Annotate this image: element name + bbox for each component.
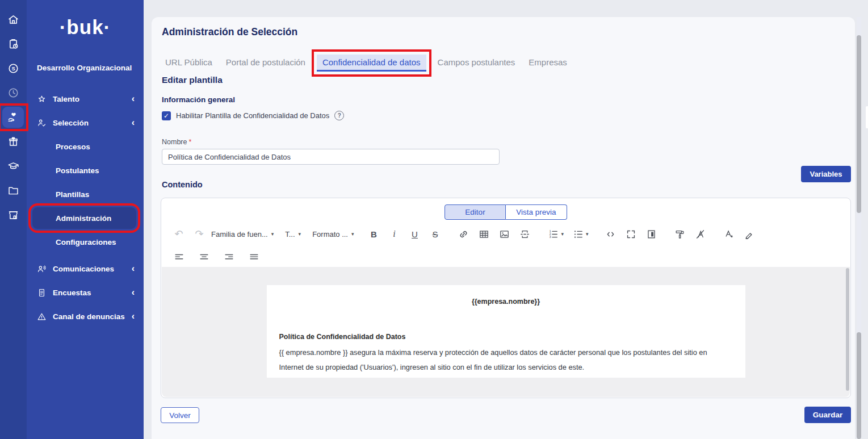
window-scrollbar-thumb-lower[interactable] [857, 332, 861, 439]
person-sound-icon [37, 264, 47, 274]
buk-logo: ·buk· [27, 16, 144, 39]
help-icon[interactable]: ? [334, 111, 344, 120]
font-family-dropdown[interactable]: Familia de fuen...▾ [211, 230, 274, 239]
caret-down-icon[interactable]: ▾ [561, 231, 564, 237]
star-icon [37, 94, 47, 104]
sidebar-item-label: Comunicaciones [53, 265, 114, 273]
redo-icon[interactable]: ↷ [193, 227, 206, 241]
align-justify-icon[interactable] [248, 249, 260, 264]
rail-home-icon[interactable] [0, 7, 27, 32]
unordered-list-icon[interactable] [572, 227, 584, 241]
icon-rail: S [0, 0, 27, 439]
tab-empresas[interactable]: Empresas [526, 55, 569, 72]
section-title: Editar plantilla [162, 75, 223, 85]
align-center-icon[interactable] [198, 249, 210, 264]
rich-text-editor: Editor Vista previa ↶ ↷ Familia de fuen.… [161, 198, 851, 398]
underline-icon[interactable]: U [409, 227, 421, 241]
sidebar-item-label: Talento [53, 95, 79, 103]
editor-scrollbar-thumb[interactable] [846, 268, 849, 391]
back-button[interactable]: Volver [161, 407, 199, 423]
insert-image-icon[interactable] [498, 227, 511, 241]
clipboard-clock-icon [7, 38, 19, 50]
rail-companies-icon[interactable] [0, 203, 27, 227]
highlight-color-icon[interactable] [743, 227, 756, 241]
content-section-title: Contenido [162, 180, 203, 189]
sidebar-nav: Talento ‹ Selección ‹ Procesos Postulant… [27, 87, 144, 328]
svg-text:S: S [11, 66, 15, 72]
sidebar-item-comunicaciones[interactable]: Comunicaciones ‹ [27, 257, 144, 281]
folder-icon [7, 185, 19, 196]
rail-attendance-icon[interactable] [0, 32, 27, 56]
variables-button[interactable]: Variables [801, 166, 851, 182]
font-size-dropdown[interactable]: T...▾ [285, 230, 301, 239]
format-dropdown[interactable]: Formato ...▾ [312, 230, 354, 239]
name-field-label: Nombre* [162, 138, 191, 146]
enable-template-row: ✓ Habilitar Plantilla de Confidencialida… [162, 111, 344, 120]
gift-icon [7, 136, 19, 148]
sidebar-item-seleccion[interactable]: Selección ‹ [27, 111, 144, 135]
tab-campos-postulantes[interactable]: Campos postulantes [435, 55, 518, 72]
chevron-left-icon[interactable]: ‹ [132, 288, 135, 297]
file-text-icon [37, 288, 47, 298]
rail-documents-icon[interactable] [0, 178, 27, 203]
sidebar-item-label: Encuestas [53, 289, 91, 297]
italic-icon[interactable]: i [388, 227, 401, 241]
undo-icon[interactable]: ↶ [173, 227, 185, 241]
sidebar-subitem-administracion[interactable]: Administración [32, 207, 136, 229]
chevron-left-icon[interactable]: ‹ [132, 264, 135, 273]
main-content-card: Administración de Selección URL Pública … [152, 17, 855, 439]
caret-down-icon[interactable]: ▾ [586, 231, 589, 237]
sidebar-subitem-procesos[interactable]: Procesos [27, 135, 144, 158]
rail-time-icon[interactable] [0, 81, 27, 105]
warning-triangle-icon [37, 312, 47, 321]
insert-link-icon[interactable] [458, 227, 470, 241]
fullscreen-icon[interactable] [625, 227, 638, 241]
font-family-label: Familia de fuen... [211, 230, 268, 239]
strikethrough-icon[interactable]: S [429, 227, 442, 241]
sidebar-item-talento[interactable]: Talento ‹ [27, 87, 144, 111]
clear-formatting-icon[interactable] [694, 227, 707, 241]
toggle-vista-previa-button[interactable]: Vista previa [506, 204, 567, 220]
rail-talent-selection-icon[interactable] [0, 105, 27, 129]
font-color-icon[interactable] [723, 227, 735, 241]
caret-down-icon: ▾ [271, 231, 274, 237]
rail-training-icon[interactable] [0, 154, 27, 178]
storefront-icon [7, 209, 19, 221]
editor-canvas[interactable]: {{empresa.nombre}} Política de Confidenc… [162, 267, 850, 397]
editor-toolbar-row-2 [173, 248, 260, 265]
align-left-icon[interactable] [173, 249, 185, 264]
tab-bar: URL Pública Portal de postulación Confid… [163, 52, 569, 72]
clock-icon [7, 87, 19, 99]
preview-block-icon[interactable] [645, 227, 658, 241]
paint-roller-icon[interactable] [674, 227, 686, 241]
rail-remunerations-icon[interactable]: S [0, 56, 27, 81]
chevron-left-icon[interactable]: ‹ [132, 94, 135, 103]
home-icon [7, 14, 19, 26]
sidebar-subitem-configuraciones[interactable]: Configuraciones [27, 230, 144, 254]
tab-url-publica[interactable]: URL Pública [163, 55, 215, 72]
sidebar-subitem-postulantes[interactable]: Postulantes [27, 158, 144, 182]
page-break-icon[interactable] [519, 227, 531, 241]
sidebar-item-encuestas[interactable]: Encuestas ‹ [27, 281, 144, 304]
save-button[interactable]: Guardar [804, 407, 851, 423]
tab-confidencialidad-de-datos[interactable]: Confidencialidad de datos [317, 55, 426, 72]
enable-template-checkbox[interactable]: ✓ [162, 111, 171, 120]
format-label: Formato ... [312, 230, 348, 239]
ordered-list-icon[interactable]: 123 [547, 227, 560, 241]
document-title: Política de Confidencialidad de Datos [279, 333, 733, 341]
document-page[interactable]: {{empresa.nombre}} Política de Confidenc… [267, 285, 745, 378]
bold-icon[interactable]: B [368, 227, 380, 241]
rail-benefits-icon[interactable] [0, 129, 27, 154]
caret-down-icon: ▾ [351, 231, 354, 237]
chevron-left-icon[interactable]: ‹ [132, 312, 135, 321]
sidebar-subitem-plantillas[interactable]: Plantillas [27, 182, 144, 206]
window-scrollbar-thumb[interactable] [857, 35, 861, 213]
insert-table-icon[interactable] [478, 227, 490, 241]
name-input[interactable] [162, 149, 500, 165]
sidebar-item-canal-de-denuncias[interactable]: Canal de denuncias ‹ [27, 304, 144, 328]
chevron-left-icon[interactable]: ‹ [132, 118, 135, 127]
tab-portal-de-postulacion[interactable]: Portal de postulación [224, 55, 308, 72]
code-view-icon[interactable] [605, 227, 617, 241]
toggle-editor-button[interactable]: Editor [445, 204, 506, 220]
align-right-icon[interactable] [223, 249, 235, 264]
